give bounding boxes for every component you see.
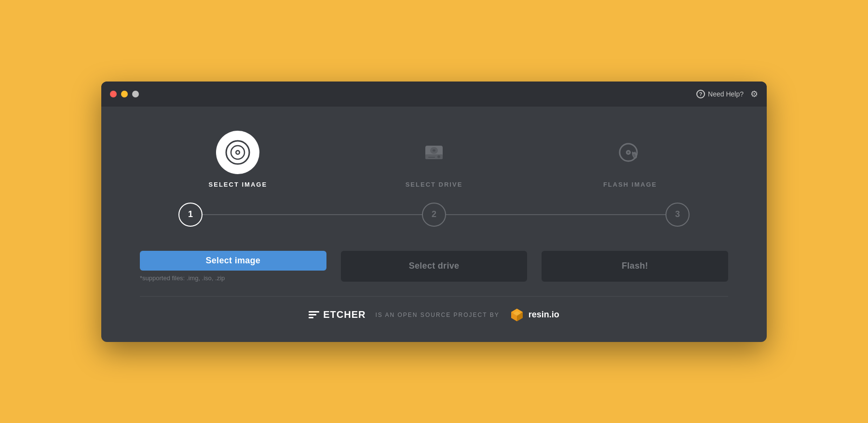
step-3-icon-circle bbox=[609, 131, 652, 174]
help-icon: ? bbox=[696, 90, 705, 98]
progress-row: 1 2 3 bbox=[140, 203, 728, 227]
step-number-1: 1 bbox=[178, 203, 203, 227]
step-1-icon-circle bbox=[216, 131, 259, 174]
step-2-label: SELECT DRIVE bbox=[406, 181, 463, 188]
resin-brand-label: resin.io bbox=[529, 310, 559, 320]
titlebar-right: ? Need Help? ⚙ bbox=[696, 89, 758, 99]
supported-files-text: *supported files: .img, .iso, .zip bbox=[140, 274, 326, 282]
footer-divider bbox=[140, 296, 728, 297]
maximize-button[interactable] bbox=[132, 91, 139, 97]
settings-icon[interactable]: ⚙ bbox=[750, 89, 758, 99]
help-button[interactable]: ? Need Help? bbox=[696, 90, 744, 98]
drive-icon bbox=[421, 140, 447, 165]
main-content: SELECT IMAGE SELECT DRIVE bbox=[101, 107, 767, 342]
disc-icon bbox=[225, 140, 250, 165]
flash-icon bbox=[618, 140, 643, 165]
svg-point-12 bbox=[627, 151, 629, 153]
etcher-line-3 bbox=[309, 317, 313, 318]
step-flash-image: FLASH IMAGE bbox=[532, 131, 728, 188]
etcher-line-2 bbox=[309, 314, 316, 315]
resin-logo: resin.io bbox=[509, 307, 559, 323]
step-select-image: SELECT IMAGE bbox=[140, 131, 336, 188]
step-2-icon-circle bbox=[412, 131, 456, 174]
app-window: ? Need Help? ⚙ SELECT IMAGE bbox=[101, 82, 767, 342]
step-3-label: FLASH IMAGE bbox=[603, 181, 657, 188]
flash-button: Flash! bbox=[542, 251, 728, 282]
steps-row: SELECT IMAGE SELECT DRIVE bbox=[140, 131, 728, 188]
footer: ETCHER IS AN OPEN SOURCE PROJECT BY resi… bbox=[140, 307, 728, 327]
etcher-line-1 bbox=[309, 311, 319, 313]
etcher-lines-icon bbox=[309, 311, 319, 318]
close-button[interactable] bbox=[110, 91, 117, 97]
etcher-label: ETCHER bbox=[323, 309, 366, 320]
resin-cube-icon bbox=[509, 307, 525, 323]
select-image-button[interactable]: Select image bbox=[140, 251, 326, 271]
svg-rect-7 bbox=[428, 157, 435, 158]
svg-point-3 bbox=[237, 151, 239, 153]
footer-tagline: IS AN OPEN SOURCE PROJECT BY bbox=[376, 312, 500, 318]
buttons-row: Select image *supported files: .img, .is… bbox=[140, 251, 728, 282]
help-label: Need Help? bbox=[708, 90, 744, 98]
traffic-lights bbox=[110, 91, 139, 97]
minimize-button[interactable] bbox=[121, 91, 128, 97]
select-drive-button: Select drive bbox=[341, 251, 528, 282]
etcher-logo: ETCHER bbox=[309, 309, 366, 320]
titlebar: ? Need Help? ⚙ bbox=[101, 82, 767, 107]
step-select-drive: SELECT DRIVE bbox=[336, 131, 532, 188]
step-number-2: 2 bbox=[422, 203, 446, 227]
step-1-label: SELECT IMAGE bbox=[209, 181, 268, 188]
svg-point-9 bbox=[433, 149, 435, 151]
svg-point-6 bbox=[437, 155, 440, 158]
step-number-3: 3 bbox=[665, 203, 690, 227]
